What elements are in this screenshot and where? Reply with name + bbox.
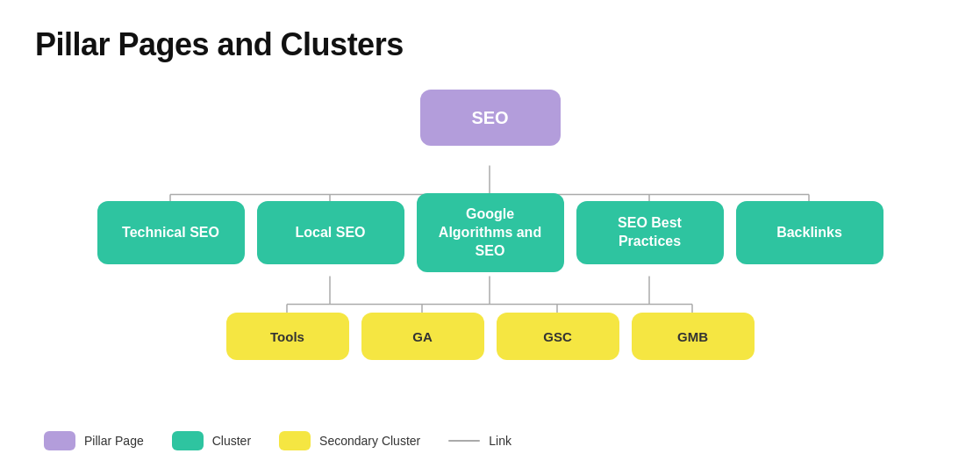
legend-cluster-box <box>172 431 204 450</box>
node-cluster-technical-seo: Technical SEO <box>97 201 245 264</box>
legend-cluster-label: Cluster <box>212 434 251 448</box>
pillar-row: SEO <box>35 90 945 146</box>
node-secondary-ga: GA <box>361 313 484 360</box>
legend-link-label: Link <box>489 434 511 448</box>
node-secondary-gmb: GMB <box>632 313 755 360</box>
node-pillar-seo: SEO <box>420 90 561 146</box>
diagram-area: SEO Technical SEO Local SEO Google Algor… <box>35 90 945 410</box>
legend-link: Link <box>448 434 511 448</box>
legend-secondary-cluster-label: Secondary Cluster <box>319 434 420 448</box>
secondary-cluster-row: Tools GA GSC GMB <box>35 313 945 360</box>
node-cluster-google-algorithms: Google Algorithms and SEO <box>417 193 564 272</box>
node-secondary-tools: Tools <box>226 313 349 360</box>
legend-pillar-page: Pillar Page <box>44 431 144 450</box>
legend-cluster: Cluster <box>172 431 251 450</box>
node-cluster-backlinks: Backlinks <box>736 201 883 264</box>
legend-pillar-page-label: Pillar Page <box>84 434 144 448</box>
cluster-row: Technical SEO Local SEO Google Algorithm… <box>35 193 945 272</box>
node-cluster-local-seo: Local SEO <box>257 201 404 264</box>
node-cluster-seo-best-practices: SEO Best Practices <box>576 201 724 264</box>
legend-pillar-page-box <box>44 431 75 450</box>
node-secondary-gsc: GSC <box>497 313 619 360</box>
legend: Pillar Page Cluster Secondary Cluster Li… <box>35 431 945 450</box>
page-title: Pillar Pages and Clusters <box>35 26 945 63</box>
legend-secondary-cluster: Secondary Cluster <box>279 431 420 450</box>
legend-secondary-cluster-box <box>279 431 311 450</box>
legend-link-line <box>448 440 480 442</box>
